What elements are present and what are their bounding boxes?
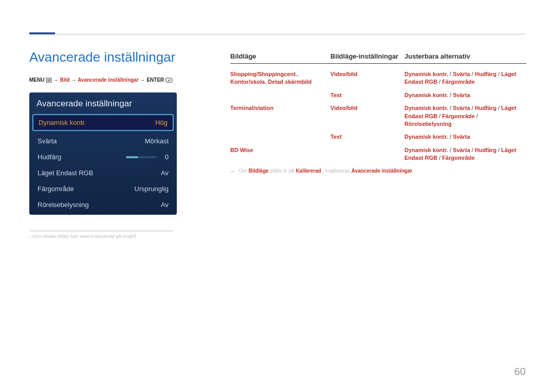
panel-row-value-text: Av: [161, 201, 169, 209]
breadcrumb-arrow: →: [140, 77, 145, 83]
separator: /: [475, 113, 478, 119]
table-row: BD WiseDynamisk kontr. / Svärta / Hudfär…: [230, 144, 526, 165]
footnote: Den visade bilden kan variera beroende p…: [33, 234, 137, 239]
options-table: Bildläge Bildläge-inställningar Justerba…: [230, 52, 526, 165]
separator: /: [496, 147, 501, 153]
panel-title: Avancerade inställningar: [29, 92, 177, 114]
table-cell-text: Dynamisk kontr.: [404, 105, 448, 111]
table-cell: Video/bild: [330, 70, 404, 86]
table-cell: BD Wise: [230, 146, 330, 162]
note: ― Om Bildläge ställs in på Kalibrerad , …: [230, 168, 415, 174]
breadcrumb-arrow: →: [71, 77, 76, 83]
table-header-row: Bildläge Bildläge-inställningar Justerba…: [230, 52, 526, 64]
panel-row-value: Ursprunglig: [135, 185, 169, 193]
table-row: TextDynamisk kontr. / Svärta: [230, 130, 526, 143]
separator: /: [437, 155, 442, 161]
table-cell: [330, 146, 404, 162]
panel-row-value: 0: [126, 153, 169, 161]
separator: /: [470, 147, 475, 153]
separator: /: [448, 134, 453, 140]
table-cell-text: Delad skärmbild: [268, 79, 311, 85]
panel-row[interactable]: Läget Endast RGBAv: [29, 165, 177, 181]
panel-row[interactable]: Hudfärg0: [29, 149, 177, 165]
table-cell-text: Rörelsebelysning: [404, 121, 452, 127]
table-cell: Dynamisk kontr. / Svärta / Hudfärg / Läg…: [404, 104, 526, 128]
panel-row-value: Hög: [155, 119, 168, 126]
panel-row-label: Dynamisk kontr.: [39, 119, 86, 126]
breadcrumb: MENU → Bild → Avancerade inställningar →…: [29, 77, 173, 84]
panel-row[interactable]: Dynamisk kontr.Hög: [32, 114, 174, 131]
footnote-divider: [29, 231, 173, 231]
breadcrumb-menu: MENU: [29, 77, 44, 83]
table-cell-text: Dynamisk kontr.: [404, 147, 448, 153]
panel-row-value-text: Ursprunglig: [135, 185, 169, 193]
separator: /: [496, 71, 501, 77]
table-cell: Text: [330, 133, 404, 141]
separator: /: [448, 147, 453, 153]
table-cell: Dynamisk kontr. / Svärta: [404, 91, 526, 99]
top-divider-accent: [29, 32, 55, 34]
table-cell: Shopping/Shoppingcent., Kontor/skola, De…: [230, 70, 330, 86]
table-cell-text: Dynamisk kontr.: [404, 71, 448, 77]
table-cell-text: Färgområde: [442, 113, 475, 119]
panel-row-label: Svärta: [38, 137, 57, 145]
table-cell-text: Färgområde: [442, 79, 475, 85]
table-cell-text: Svärta: [453, 92, 470, 98]
table-cell: Dynamisk kontr. / Svärta: [404, 133, 526, 141]
panel-row-value-text: Mörkast: [145, 137, 169, 145]
table-cell-text: Dynamisk kontr.: [404, 92, 448, 98]
breadcrumb-enter: ENTER: [146, 77, 164, 83]
table-cell-text: Svärta: [453, 105, 470, 111]
note-text: Om: [239, 168, 249, 174]
separator: /: [448, 71, 453, 77]
separator: /: [496, 105, 501, 111]
table-cell-text: Terminal/station: [230, 105, 273, 111]
enter-icon: [165, 78, 173, 84]
table-cell-text: Dynamisk kontr.: [404, 134, 448, 140]
menu-icon: [46, 78, 52, 84]
table-row: Terminal/stationVideo/bildDynamisk kontr…: [230, 102, 526, 130]
table-cell-text: Färgområde: [442, 155, 475, 161]
table-header: Justerbara alternativ: [404, 52, 526, 60]
slider-fill: [126, 156, 138, 158]
slider-track[interactable]: [126, 156, 157, 158]
separator: ,: [297, 71, 299, 77]
table-cell: [230, 133, 330, 141]
table-cell-text: Hudfärg: [475, 147, 496, 153]
separator: /: [470, 105, 475, 111]
panel-row-value-text: Hög: [155, 119, 168, 126]
panel-row-label: Rörelsebelysning: [38, 201, 89, 209]
breadcrumb-arrow: →: [53, 77, 59, 83]
table-cell: Video/bild: [330, 104, 404, 128]
panel-row[interactable]: RörelsebelysningAv: [29, 197, 177, 213]
breadcrumb-step2: Avancerade inställningar: [78, 77, 139, 83]
separator: /: [448, 92, 453, 98]
table-row: TextDynamisk kontr. / Svärta: [230, 89, 526, 102]
panel-row-label: Läget Endast RGB: [38, 169, 93, 177]
panel-row[interactable]: FärgområdeUrsprunglig: [29, 181, 177, 197]
separator: /: [448, 105, 453, 111]
note-text: .: [414, 168, 415, 174]
table-cell: Text: [330, 91, 404, 99]
table-cell-text: Hudfärg: [475, 71, 496, 77]
table-cell-text: Svärta: [453, 71, 470, 77]
panel-row-label: Hudfärg: [38, 153, 61, 161]
note-text: ställs in på: [270, 168, 295, 174]
separator: /: [437, 113, 442, 119]
table-row: Shopping/Shoppingcent., Kontor/skola, De…: [230, 68, 526, 89]
svg-rect-4: [166, 78, 172, 82]
note-text: , inaktiveras: [323, 168, 351, 174]
table-cell-text: Kontor/skola: [230, 79, 265, 85]
note-dash: ―: [230, 168, 235, 174]
top-divider: [29, 34, 526, 34]
table-cell-text: BD Wise: [230, 147, 253, 153]
note-bold: Bildläge: [249, 168, 269, 174]
panel-row[interactable]: SvärtaMörkast: [29, 133, 177, 149]
breadcrumb-step1: Bild: [60, 77, 70, 83]
page-title: Avancerade inställningar: [29, 49, 175, 65]
table-cell: Dynamisk kontr. / Svärta / Hudfärg / Läg…: [404, 146, 526, 162]
table-cell: [230, 91, 330, 99]
separator: /: [470, 71, 475, 77]
table-cell-text: Svärta: [453, 147, 470, 153]
settings-panel: Avancerade inställningar Dynamisk kontr.…: [29, 92, 177, 215]
